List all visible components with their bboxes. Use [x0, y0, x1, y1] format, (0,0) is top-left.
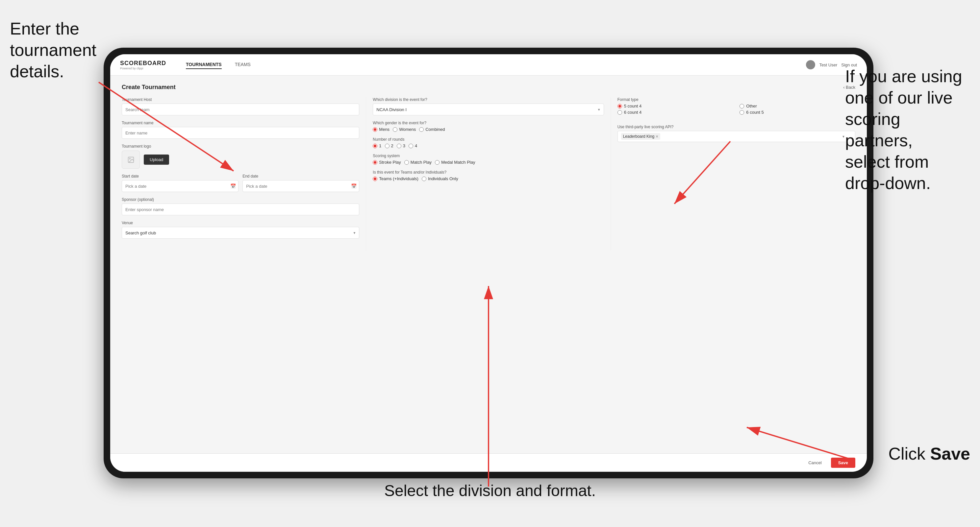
- tournament-logo-label: Tournament logo: [122, 144, 359, 149]
- tag-remove-icon[interactable]: ×: [655, 134, 658, 139]
- scoring-match-label: Match Play: [410, 160, 432, 165]
- teams-label: Is this event for Teams and/or Individua…: [373, 170, 604, 175]
- brand-title: SCOREBOARD: [120, 60, 166, 67]
- cancel-button[interactable]: Cancel: [803, 458, 827, 468]
- venue-select[interactable]: Search golf club: [122, 227, 359, 239]
- round-1[interactable]: 1: [373, 143, 381, 148]
- scoring-match[interactable]: Match Play: [404, 160, 432, 165]
- sponsor-label: Sponsor (optional): [122, 197, 359, 202]
- logo-placeholder: [122, 151, 140, 169]
- date-row: Start date 📅 End date 📅: [122, 174, 359, 192]
- gender-radio-group: Mens Womens Combined: [373, 127, 604, 132]
- annotation-bottom: Select the division and format.: [384, 481, 596, 501]
- tournament-name-input[interactable]: [122, 127, 359, 139]
- scoring-medal-match-label: Medal Match Play: [441, 160, 475, 165]
- round-4[interactable]: 4: [409, 143, 417, 148]
- live-scoring-group: Use third-party live scoring API? Leader…: [617, 125, 855, 142]
- gender-combined-radio[interactable]: [419, 127, 424, 132]
- live-scoring-value: Leaderboard King: [623, 134, 654, 139]
- scoring-medal-match-radio[interactable]: [435, 160, 439, 165]
- scoring-group: Scoring system Stroke Play Match Play: [373, 154, 604, 165]
- logo-upload-area: Upload: [122, 151, 359, 169]
- format-5count4-radio[interactable]: [617, 104, 622, 108]
- gender-womens[interactable]: Womens: [393, 127, 416, 132]
- gender-mens-label: Mens: [379, 127, 390, 132]
- form-column-1: Tournament Host Tournament name Tourname…: [122, 97, 366, 251]
- individuals-radio[interactable]: [422, 176, 426, 181]
- scoring-label: Scoring system: [373, 154, 604, 158]
- format-5count4[interactable]: 5 count 4: [617, 103, 733, 108]
- venue-group: Venue Search golf club: [122, 221, 359, 239]
- format-6count5-label: 6 count 5: [746, 110, 764, 115]
- round-3-radio[interactable]: [397, 144, 401, 148]
- tournament-host-input[interactable]: [122, 103, 359, 115]
- navbar: SCOREBOARD Powered by clippi TOURNAMENTS…: [110, 54, 867, 76]
- venue-select-wrapper: Search golf club: [122, 227, 359, 239]
- round-3-label: 3: [403, 143, 405, 148]
- format-other-radio[interactable]: [740, 104, 744, 108]
- navbar-brand: SCOREBOARD Powered by clippi: [120, 60, 166, 70]
- scoring-stroke-radio[interactable]: [373, 160, 377, 165]
- date-group: Start date 📅 End date 📅: [122, 174, 359, 192]
- annotation-bottomright: Click Save: [888, 443, 970, 465]
- gender-label: Which gender is the event for?: [373, 121, 604, 125]
- sponsor-input[interactable]: [122, 203, 359, 215]
- nav-tournaments[interactable]: TOURNAMENTS: [186, 60, 222, 69]
- annotation-save-bold: Save: [930, 444, 970, 463]
- end-date-wrapper: 📅: [242, 180, 359, 192]
- live-scoring-select-wrapper[interactable]: Leaderboard King × ▼: [617, 131, 855, 142]
- format-6count4-radio[interactable]: [617, 110, 622, 115]
- gender-mens-radio[interactable]: [373, 127, 377, 132]
- format-other-label: Other: [746, 103, 757, 108]
- end-date-input[interactable]: [242, 180, 359, 192]
- tablet-screen: SCOREBOARD Powered by clippi TOURNAMENTS…: [110, 54, 867, 472]
- form-footer: Cancel Save: [110, 453, 867, 472]
- save-button[interactable]: Save: [831, 458, 855, 468]
- round-2[interactable]: 2: [385, 143, 393, 148]
- start-date-wrapper: 📅: [122, 180, 239, 192]
- gender-combined[interactable]: Combined: [419, 127, 445, 132]
- start-date-input[interactable]: [122, 180, 239, 192]
- round-1-radio[interactable]: [373, 144, 377, 148]
- annotation-click-text: Click: [888, 444, 930, 463]
- upload-button[interactable]: Upload: [144, 154, 169, 165]
- round-3[interactable]: 3: [397, 143, 405, 148]
- gender-mens[interactable]: Mens: [373, 127, 390, 132]
- rounds-label: Number of rounds: [373, 137, 604, 142]
- calendar-icon: 📅: [230, 183, 236, 189]
- scoring-match-radio[interactable]: [404, 160, 409, 165]
- format-type-group: Format type 5 count 4 Other: [617, 97, 855, 115]
- tournament-host-label: Tournament Host: [122, 97, 359, 102]
- live-scoring-label: Use third-party live scoring API?: [617, 125, 855, 129]
- format-6count5-radio[interactable]: [740, 110, 744, 115]
- format-6count4[interactable]: 6 count 4: [617, 110, 733, 115]
- teams-group: Is this event for Teams and/or Individua…: [373, 170, 604, 181]
- user-avatar: [806, 60, 815, 69]
- rounds-group: Number of rounds 1 2: [373, 137, 604, 148]
- live-scoring-dropdown-icon: ▼: [842, 135, 845, 138]
- scoring-medal-match[interactable]: Medal Match Play: [435, 160, 475, 165]
- teams-radio[interactable]: [373, 176, 377, 181]
- form-column-3: Format type 5 count 4 Other: [611, 97, 855, 251]
- gender-womens-radio[interactable]: [393, 127, 398, 132]
- round-4-radio[interactable]: [409, 144, 413, 148]
- division-select[interactable]: NCAA Division I: [373, 103, 604, 115]
- nav-teams[interactable]: TEAMS: [235, 60, 251, 69]
- scoring-radio-group: Stroke Play Match Play Medal Match Play: [373, 160, 604, 165]
- individuals-only[interactable]: Individuals Only: [422, 176, 458, 181]
- format-other[interactable]: Other: [740, 103, 855, 108]
- teams-radio-group: Teams (+Individuals) Individuals Only: [373, 176, 604, 181]
- start-date-label: Start date: [122, 174, 239, 178]
- format-6count4-label: 6 count 4: [624, 110, 642, 115]
- page-title: Create Tournament: [122, 84, 176, 91]
- scoring-stroke[interactable]: Stroke Play: [373, 160, 401, 165]
- division-group: Which division is the event for? NCAA Di…: [373, 97, 604, 115]
- end-date-group: End date 📅: [242, 174, 359, 192]
- format-6count5[interactable]: 6 count 5: [740, 110, 855, 115]
- brand-sub: Powered by clippi: [120, 67, 166, 70]
- venue-label: Venue: [122, 221, 359, 225]
- individuals-label: Individuals Only: [428, 176, 458, 181]
- division-select-wrapper: NCAA Division I: [373, 103, 604, 115]
- teams-plus-individuals[interactable]: Teams (+Individuals): [373, 176, 418, 181]
- round-2-radio[interactable]: [385, 144, 390, 148]
